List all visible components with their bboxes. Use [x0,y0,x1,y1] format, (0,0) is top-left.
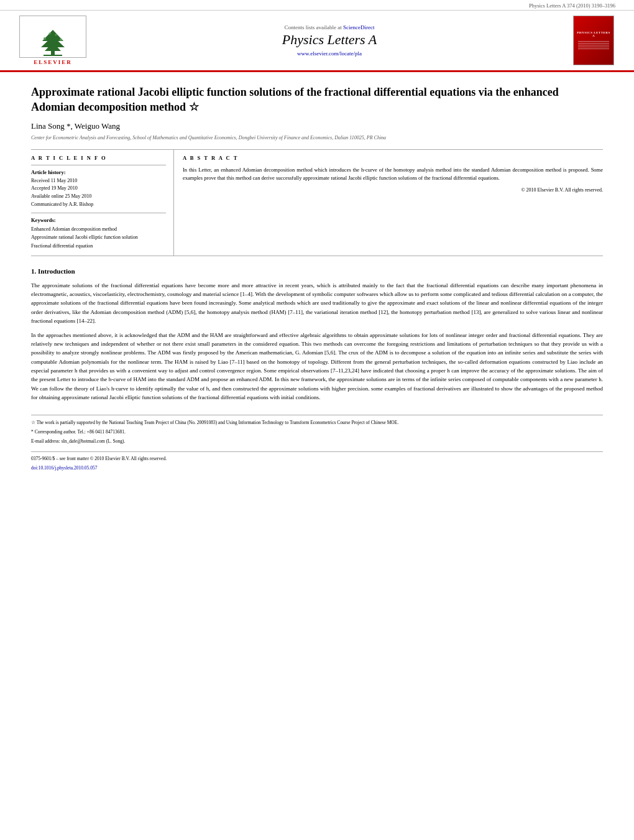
sciencedirect-prefix: Contents lists available at [285,24,343,30]
svg-point-5 [44,37,46,40]
received-text: Received 11 May 2010 [31,177,166,185]
keyword-2: Approximate rational Jacobi elliptic fun… [31,233,166,242]
page-wrapper: Physics Letters A 374 (2010) 3190–3196 [0,0,634,840]
info-divider-2 [31,213,166,213]
corresponding-footnote: * Corresponding author. Tel.: +86 0411 8… [31,428,603,436]
elsevier-label: ELSEVIER [34,59,72,65]
svg-rect-1 [44,55,62,56]
elsevier-logo: ELSEVIER [19,16,87,65]
journal-center: Contents lists available at ScienceDirec… [93,24,566,57]
article-content: Approximate rational Jacobi elliptic fun… [0,72,634,486]
affiliation: Center for Econometric Analysis and Fore… [31,135,603,141]
journal-header: ELSEVIER Contents lists available at Sci… [0,11,634,72]
accepted-text: Accepted 19 May 2010 [31,185,166,193]
email-footnote: E-mail address: sln_dafe@hotmail.com (L.… [31,438,603,445]
info-divider-1 [31,165,166,165]
abstract-section: A B S T R A C T In this Letter, an enhan… [174,150,603,256]
section-1-heading: 1. Introduction [31,267,603,275]
info-abstract-row: A R T I C L E I N F O Article history: R… [31,149,603,256]
elsevier-logo-box [19,16,86,58]
section-1-para1: The approximate solutions of the fractio… [31,281,603,326]
doi-link[interactable]: doi:10.1016/j.physleta.2010.05.057 [31,465,97,471]
available-text: Available online 25 May 2010 [31,193,166,201]
elsevier-tree-icon [31,27,75,57]
svg-point-6 [60,39,62,41]
abstract-text: In this Letter, an enhanced Adomian deco… [183,166,603,182]
keyword-3: Fractional differential equation [31,242,166,251]
authors-text: Lina Song *, Weiguo Wang [31,121,120,131]
journal-url-link[interactable]: www.elsevier.com/locate/pla [297,50,362,57]
journal-url-line: www.elsevier.com/locate/pla [93,50,566,57]
sciencedirect-link[interactable]: ScienceDirect [343,24,374,30]
journal-citation: Physics Letters A 374 (2010) 3190–3196 [529,2,615,9]
section-1-para2: In the approaches mentioned above, it is… [31,331,603,402]
article-info-title: A R T I C L E I N F O [31,155,166,161]
sciencedirect-line: Contents lists available at ScienceDirec… [93,24,566,30]
doi-text: doi:10.1016/j.physleta.2010.05.057 [31,464,603,472]
keywords-label: Keywords: [31,217,166,223]
communicated-text: Communicated by A.R. Bishop [31,201,166,209]
footnote-area: ☆ The work is partially supported by the… [31,415,603,445]
journal-title: Physics Letters A [93,32,566,48]
abstract-title: A B S T R A C T [183,155,603,161]
keyword-1: Enhanced Adomian decomposition method [31,225,166,234]
authors: Lina Song *, Weiguo Wang [31,121,603,131]
article-title: Approximate rational Jacobi elliptic fun… [31,85,603,115]
history-label: Article history: [31,169,166,175]
svg-point-7 [49,33,51,35]
journal-cover: PHYSICS LETTERS A [572,16,615,65]
journal-cover-box: PHYSICS LETTERS A [573,16,614,65]
article-info: A R T I C L E I N F O Article history: R… [31,150,174,256]
star-footnote: ☆ The work is partially supported by the… [31,419,603,427]
cover-journal-title: PHYSICS LETTERS A [576,31,611,37]
svg-point-8 [55,34,57,36]
copyright-text: © 2010 Elsevier B.V. All rights reserved… [183,187,603,193]
issn-text: 0375-9601/$ – see front matter © 2010 El… [31,455,603,463]
bottom-bar: 0375-9601/$ – see front matter © 2010 El… [31,451,603,472]
cover-decoration [578,40,609,50]
top-bar: Physics Letters A 374 (2010) 3190–3196 [0,0,634,11]
